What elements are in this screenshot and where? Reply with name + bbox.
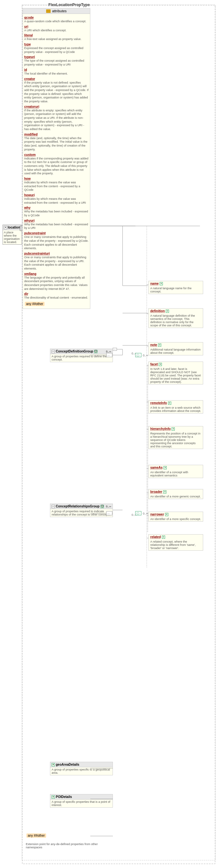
- right-box-narrower-desc: An identifier of a more specific concept…: [149, 517, 203, 521]
- attr-uri: uri A URI which identifies a concept.: [24, 25, 89, 33]
- attr-name-id: id: [24, 68, 27, 72]
- svg-text:ⓘ: ⓘ: [136, 512, 139, 515]
- right-box-remoteInfo: remoteInfo + A link to an item or a web …: [148, 400, 203, 413]
- attr-desc-how: Indicates by which means the value was e…: [24, 181, 89, 192]
- attr-desc-pubconstraint: One or many constraints that apply to pu…: [24, 235, 89, 250]
- location-header: + location: [3, 225, 22, 230]
- geo-desc: A group of properties specific to a geop…: [50, 767, 113, 775]
- right-box-definition-desc: A natural language definition of the sem…: [149, 313, 203, 328]
- right-box-sameAs-expand[interactable]: +: [164, 466, 167, 469]
- attr-name-whyuri: whyuri: [24, 219, 35, 222]
- poi-label: POIDetails: [56, 795, 72, 799]
- attr-name-uri: uri: [24, 25, 28, 28]
- right-box-note: note + Additional natural language infor…: [148, 342, 203, 355]
- attr-id: id The local identifier of the element.: [24, 68, 89, 76]
- attr-desc-custom: Indicates if the corresponding property …: [24, 157, 89, 176]
- diagram-container: ··· 0..∞ 0..∞ FlexLocationPropType attri…: [0, 0, 218, 868]
- right-box-hierarchyInfo-label: hierarchyInfo: [150, 427, 171, 431]
- right-box-note-expand[interactable]: +: [158, 343, 161, 347]
- attr-dir: dir The directionality of textual conten…: [24, 292, 89, 300]
- attr-desc-modified: The date (and, optionally, the time) whe…: [24, 136, 89, 152]
- concept-rel-mult: 0..∞: [106, 505, 111, 508]
- geo-box: + geoAreaDetails A group of properties s…: [50, 762, 113, 775]
- right-box-narrower-label: narrower: [150, 513, 164, 516]
- any-other-container: any ##other: [24, 301, 89, 307]
- concept-rel-info[interactable]: ⓘ: [101, 505, 104, 508]
- attr-desc-why: Why the metadata has been included - exp…: [24, 210, 89, 217]
- attr-name-custom: custom: [24, 153, 36, 157]
- concept-rel-desc: A group of properties required to indica…: [50, 509, 113, 517]
- right-box-facet: facet + In NAR 1.8 and later, facet is d…: [148, 362, 203, 384]
- right-box-name: name + A natural language name for the c…: [148, 281, 203, 294]
- attr-name-modified: modified: [24, 133, 38, 136]
- location-box: + location A place where the organisatio…: [3, 225, 22, 245]
- geo-header: + geoAreaDetails: [50, 762, 113, 767]
- attr-name-pubconstraint: pubconstraint: [24, 231, 46, 235]
- attr-howuri: howuri Indicates by which means the valu…: [24, 193, 89, 205]
- poi-header: + POIDetails: [50, 795, 113, 800]
- right-box-definition: definition + A natural language definiti…: [148, 308, 203, 328]
- attr-whyuri: whyuri Why the metadata has been include…: [24, 219, 89, 230]
- right-box-hierarchyInfo-desc: Represents the position of a concept in …: [149, 431, 203, 449]
- attr-name-creatoruri: creatoruri: [24, 105, 39, 108]
- right-box-name-expand[interactable]: +: [159, 282, 163, 285]
- right-box-definition-expand[interactable]: +: [166, 310, 169, 313]
- geo-expand-icon[interactable]: +: [51, 763, 55, 766]
- attr-why: why Why the metadata has been included -…: [24, 206, 89, 217]
- geo-label: geoAreaDetails: [56, 763, 79, 766]
- title-text: FlexLocationPropType: [48, 3, 89, 7]
- concept-def-label: ConceptDefinitionGroup: [56, 349, 93, 353]
- attr-xmllang: xmllang The language of the property and…: [24, 272, 89, 291]
- concept-def-desc: A group of properties required to define…: [50, 354, 113, 362]
- attributes-section: qcode A quasi-random code which identifi…: [23, 14, 90, 309]
- attr-name-qcode: qcode: [24, 16, 34, 19]
- attr-desc-creator: If the property value is not defined: sp…: [24, 81, 89, 104]
- right-box-facet-expand[interactable]: +: [159, 363, 162, 366]
- right-box-sameAs: sameAs + An identifier of a concept with…: [148, 465, 203, 478]
- concept-rel-header: ··· ConceptRelationshipsGroup ⓘ 0..∞: [50, 504, 113, 509]
- right-box-broader-header: broader +: [149, 489, 203, 494]
- attr-desc-pubconstrainturi: One or many constraints that apply to pu…: [24, 256, 89, 271]
- attr-desc-howuri: Indicates by which means the value was e…: [24, 197, 89, 205]
- svg-text:ⓘ: ⓘ: [136, 354, 139, 357]
- right-box-narrower: narrower + An identifier of a more speci…: [148, 512, 203, 522]
- attr-desc-typeuri: The type of the concept assigned as cont…: [24, 59, 89, 66]
- right-box-sameAs-desc: An identifier of a concept with equivale…: [149, 470, 203, 478]
- concept-def-header: ··· ConceptDefinitionGroup ⓘ 0..∞: [50, 349, 113, 354]
- svg-text:···: ···: [113, 348, 116, 351]
- poi-desc: A group of specific properties that is a…: [50, 800, 113, 807]
- concept-rel-expand[interactable]: ···: [51, 505, 55, 508]
- right-box-narrower-expand[interactable]: +: [165, 513, 168, 516]
- attr-custom: custom Indicates if the corresponding pr…: [24, 153, 89, 176]
- right-box-name-label: name: [150, 282, 159, 285]
- location-expand-icon[interactable]: +: [4, 226, 7, 229]
- attr-typeuri: typeuri The type of the concept assigned…: [24, 55, 89, 66]
- right-box-remoteInfo-expand[interactable]: +: [168, 402, 171, 405]
- concept-rel-box: ··· ConceptRelationshipsGroup ⓘ 0..∞ A g…: [50, 503, 113, 517]
- svg-rect-43: [136, 511, 141, 515]
- right-box-hierarchyInfo-expand[interactable]: +: [172, 427, 175, 431]
- bottom-any-other-label: any ##other: [27, 833, 46, 838]
- concept-def-info[interactable]: ⓘ: [94, 350, 97, 353]
- svg-rect-34: [136, 353, 141, 357]
- attr-desc-whyuri: Why the metadata has been included - exp…: [24, 223, 89, 230]
- right-box-related-header: related +: [149, 534, 203, 539]
- concept-def-expand[interactable]: ···: [51, 350, 55, 353]
- right-box-hierarchyInfo: hierarchyInfo + Represents the position …: [148, 426, 203, 449]
- svg-text:0..∞: 0..∞: [143, 354, 148, 357]
- attr-desc-qcode: A quasi-random code which identifies a c…: [24, 20, 89, 24]
- attr-creatoruri: creatoruri If the attribute is empty: sp…: [24, 104, 89, 131]
- right-box-broader-expand[interactable]: +: [163, 490, 167, 494]
- attr-literal: literal A free-text value assigned as pr…: [24, 33, 89, 41]
- any-other-label: any ##other: [25, 302, 44, 306]
- concept-def-box: ··· ConceptDefinitionGroup ⓘ 0..∞ A grou…: [50, 349, 113, 362]
- right-box-related: related + A related concept, where the r…: [148, 534, 203, 551]
- svg-rect-9: [113, 348, 117, 350]
- right-box-sameAs-header: sameAs +: [149, 465, 203, 470]
- right-box-facet-header: facet +: [149, 362, 203, 367]
- attr-desc-creatoruri: If the attribute is empty: specifies whi…: [24, 109, 89, 131]
- right-box-related-expand[interactable]: +: [162, 535, 165, 539]
- poi-expand-icon[interactable]: +: [51, 795, 55, 799]
- right-box-name-desc: A natural language name for the concept.: [149, 286, 203, 294]
- right-box-remoteInfo-header: remoteInfo +: [149, 401, 203, 405]
